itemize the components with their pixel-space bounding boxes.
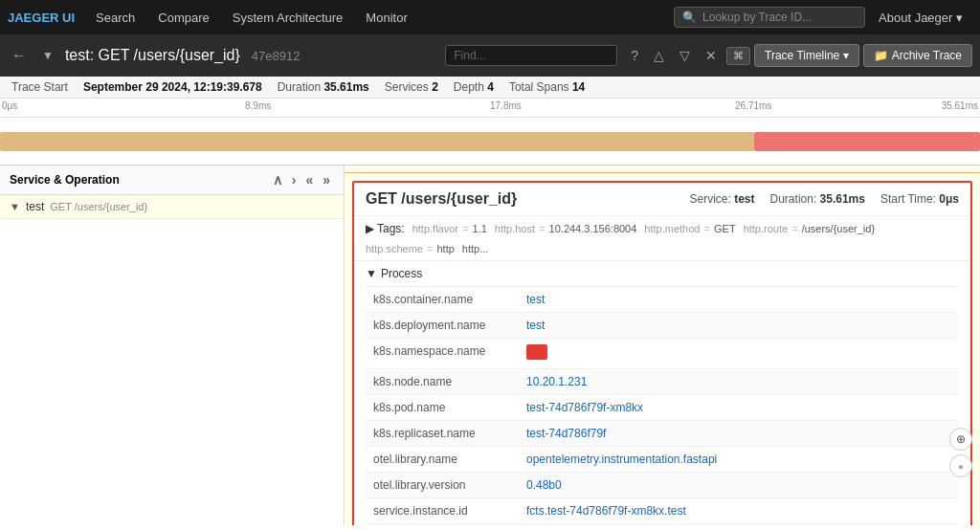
services-label: Services 2 [385,80,438,94]
keyboard-shortcut-button[interactable]: ⌘ [726,47,750,65]
expand-button[interactable]: ▼ [38,47,57,64]
service-name: test [26,200,44,213]
find-input-wrapper[interactable] [445,45,617,66]
nav-system-architecture[interactable]: System Architecture [223,7,353,29]
archive-label: Archive Trace [892,49,962,62]
nav-monitor[interactable]: Monitor [356,7,416,29]
tags-section: ▶ Tags: http.flavor = 1.1 http.host = 10… [354,216,970,261]
process-table-row: service.versionv1 [366,524,959,526]
zoom-out-button[interactable]: ● [949,454,972,477]
arrow-up-button[interactable]: △ [648,45,670,66]
depth-value: 4 [487,80,494,94]
process-key: service.version [366,524,519,526]
arrow-down-button[interactable]: ▽ [674,45,696,66]
process-section: ▼ Process k8s.container.nametestk8s.depl… [354,261,970,525]
process-header[interactable]: ▼ Process [366,261,959,287]
namespace-redbox [526,344,547,360]
main-content: Service & Operation ∧ › « » ▼ test GET /… [0,166,980,525]
service-operation-label: Service & Operation [10,173,120,187]
expand-all-button[interactable]: » [319,171,334,188]
operation-name: GET /users/{user_id} [50,201,147,212]
nav-compare[interactable]: Compare [148,7,218,29]
trace-controls: ? △ ▽ ✕ ⌘ Trace Timeline ▾ 📁 Archive Tra… [625,44,972,67]
process-table-row: k8s.node.name10.20.1.231 [366,369,959,395]
collapse-button[interactable]: « [301,171,317,188]
scroll-icons: ⊕ ● [949,428,972,477]
span-detail-header: GET /users/{user_id} Service: test Durat… [354,183,970,216]
tags-row: ▶ Tags: http.flavor = 1.1 http.host = 10… [366,222,959,254]
service-toggle-icon: ▼ [10,201,20,212]
tick-2: 17.8ms [490,100,522,111]
left-panel: Service & Operation ∧ › « » ▼ test GET /… [0,166,345,525]
trace-id-search[interactable]: 🔍 [674,7,865,28]
trace-start-time: September 29 2024, 12:19:39.678 [83,80,262,94]
process-table-row: k8s.deployment.nametest [366,313,959,339]
back-button[interactable]: ← [8,45,31,66]
process-key: k8s.pod.name [366,395,519,421]
process-table: k8s.container.nametestk8s.deployment.nam… [366,287,959,525]
trace-meta: Trace Start September 29 2024, 12:19:39.… [0,77,980,99]
process-table-row: otel.library.version0.48b0 [366,473,959,498]
tags-label: Tags: [377,222,405,235]
tick-4: 35.61ms [942,100,978,111]
tick-0: 0μs [2,100,17,111]
process-key: service.instance.id [366,498,519,524]
process-value: 10.20.1.231 [519,369,959,395]
process-value: 0.48b0 [519,473,959,498]
process-value [519,339,959,369]
process-label: Process [381,267,422,280]
expand-prev-button[interactable]: › [288,171,301,188]
process-value: fcts.test-74d786f79f-xm8kx.test [519,498,959,524]
tag-http-flavor: http.flavor = 1.1 [412,223,487,234]
trace-id: 47e8912 [252,49,301,63]
archive-trace-button[interactable]: 📁 Archive Trace [863,44,972,67]
archive-icon: 📁 [874,49,888,62]
span-title: GET /users/{user_id} [366,190,517,208]
process-table-row: service.instance.idfcts.test-74d786f79f-… [366,498,959,524]
span-detail-card: GET /users/{user_id} Service: test Durat… [352,181,972,525]
left-panel-header: Service & Operation ∧ › « » [0,166,344,195]
trace-id-input[interactable] [702,11,857,24]
services-value: 2 [432,80,438,94]
span-start: Start Time: 0μs [880,192,959,206]
tags-toggle[interactable]: ▶ Tags: [366,222,405,235]
tags-arrow-icon: ▶ [366,222,374,235]
timeline-ruler: 0μs 8.9ms 17.8ms 26.71ms 35.61ms [0,99,980,118]
minimap-bar-main [0,132,754,151]
tag-http-more: http... [462,243,489,254]
nav-search[interactable]: Search [86,7,145,29]
spans-label: Total Spans 14 [509,80,585,94]
process-value: test [519,313,959,339]
tag-http-method: http.method = GET [644,223,735,234]
process-table-row: k8s.replicaset.nametest-74d786f79f [366,421,959,447]
service-row[interactable]: ▼ test GET /users/{user_id} [0,195,344,219]
top-nav: JAEGER UI Search Compare System Architec… [0,0,980,34]
process-value: test-74d786f79f-xm8kx [519,395,959,421]
trace-start-label: Trace Start [11,80,68,94]
span-duration: Duration: 35.61ms [770,192,865,206]
process-table-row: k8s.namespace.name [366,339,959,369]
duration-label: Duration 35.61ms [278,80,369,94]
process-key: k8s.deployment.name [366,313,519,339]
process-toggle-icon: ▼ [366,267,377,280]
collapse-all-button[interactable]: ∧ [269,171,286,188]
help-button[interactable]: ? [625,45,644,66]
close-button[interactable]: ✕ [700,45,723,66]
process-value: test-74d786f79f [519,421,959,447]
about-button[interactable]: About Jaeger ▾ [869,7,972,29]
find-input[interactable] [454,49,609,62]
zoom-in-button[interactable]: ⊕ [949,428,972,451]
timeline-area [345,166,980,173]
trace-header: ← ▼ test: GET /users/{user_id} 47e8912 ?… [0,34,980,77]
search-icon: 🔍 [682,11,697,24]
process-key: k8s.namespace.name [366,339,519,369]
process-key: k8s.replicaset.name [366,421,519,447]
trace-timeline-button[interactable]: Trace Timeline ▾ [754,44,859,67]
process-table-row: otel.library.nameopentelemetry.instrumen… [366,447,959,473]
span-detail-meta: Service: test Duration: 35.61ms Start Ti… [690,192,960,206]
panel-controls: ∧ › « » [269,171,334,188]
timeline-minimap [0,118,980,166]
process-key: otel.library.version [366,473,519,498]
trace-title: test: GET /users/{user_id} [65,47,240,64]
process-key: k8s.node.name [366,369,519,395]
